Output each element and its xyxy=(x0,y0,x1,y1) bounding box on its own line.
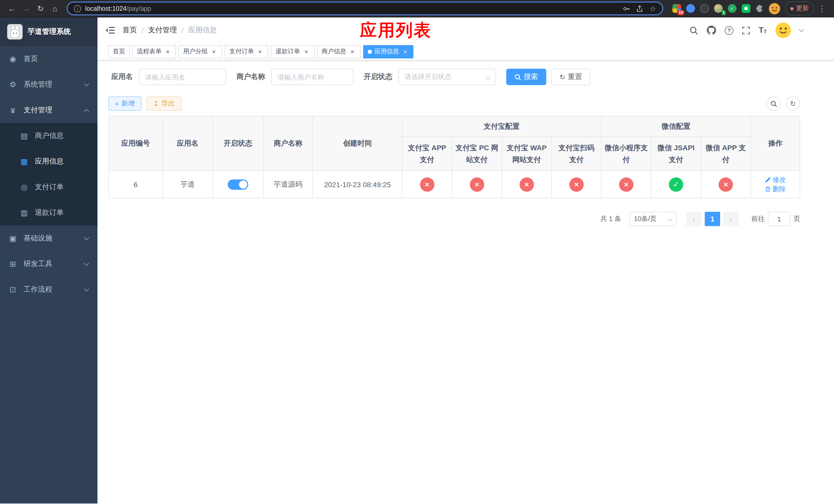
merchant-name-input[interactable] xyxy=(271,69,353,85)
close-icon[interactable]: × xyxy=(349,48,356,55)
status-select[interactable]: 请选择开启状态 xyxy=(398,69,496,85)
sidebar-item-merchant-info[interactable]: ▤ 商户信息 xyxy=(0,123,97,149)
page-size-select[interactable]: 10条/页 xyxy=(629,212,677,226)
pagination-total: 共 1 条 xyxy=(600,214,621,224)
filter-merchant-name: 商户名称 xyxy=(237,69,353,85)
breadcrumb-payment[interactable]: 支付管理 xyxy=(148,26,177,35)
col-header-alipay-pc: 支付宝 PC 网站支付 xyxy=(452,137,502,170)
address-bar[interactable]: i localhost:1024/pay/app ☆ xyxy=(67,2,663,15)
reset-button[interactable]: ↻ 重置 xyxy=(551,69,590,85)
tab-refund-order[interactable]: 退款订单× xyxy=(271,45,314,58)
toggle-search-button[interactable] xyxy=(766,96,781,111)
card-icon: ▤ xyxy=(20,131,29,140)
sidebar-item-refund-order[interactable]: ▥ 退款订单 xyxy=(0,200,97,226)
tab-pay-order[interactable]: 支付订单× xyxy=(225,45,268,58)
cell-alipay-qr: × xyxy=(552,170,601,198)
browser-back-button[interactable]: ← xyxy=(5,2,19,15)
search-button[interactable]: 搜索 xyxy=(506,69,546,85)
page-number-button[interactable]: 1 xyxy=(705,212,720,226)
app-logo[interactable]: 芋道管理系统 xyxy=(0,18,97,46)
sidebar-item-app-info[interactable]: ▦ 应用信息 xyxy=(0,149,97,174)
cell-actions: 修改 删除 xyxy=(751,170,800,198)
refresh-table-button[interactable]: ↻ xyxy=(786,96,800,111)
delete-button[interactable]: 删除 xyxy=(765,184,786,193)
sidebar-item-infrastructure[interactable]: ▣ 基础设施 xyxy=(0,226,97,251)
close-icon[interactable]: × xyxy=(402,48,409,55)
tab-app-info[interactable]: 应用信息× xyxy=(363,45,413,58)
col-header-alipay-app: 支付宝 APP 支付 xyxy=(402,137,452,170)
tab-user-group[interactable]: 用户分组× xyxy=(178,45,222,58)
logo-avatar xyxy=(7,24,23,40)
close-icon[interactable]: × xyxy=(303,48,310,55)
workflow-icon: ⊡ xyxy=(8,285,18,294)
breadcrumb-separator: / xyxy=(141,26,144,35)
github-icon[interactable] xyxy=(707,26,716,35)
browser-profile-avatar[interactable] xyxy=(769,3,780,14)
edit-button[interactable]: 修改 xyxy=(765,175,786,184)
goto-unit: 页 xyxy=(793,214,800,224)
cell-app-name: 芋道 xyxy=(162,170,213,198)
search-icon[interactable] xyxy=(689,26,698,35)
cell-alipay-pc: × xyxy=(452,170,502,198)
prev-page-button[interactable]: ‹ xyxy=(686,212,702,226)
extension-icon-avatar[interactable]: 1 xyxy=(714,4,723,13)
collapse-sidebar-button[interactable] xyxy=(105,25,115,36)
next-page-button[interactable]: › xyxy=(723,212,739,226)
close-icon[interactable]: × xyxy=(164,48,171,55)
col-header-app-name: 应用名 xyxy=(162,116,213,170)
trash-icon xyxy=(765,186,771,192)
cell-merchant-name: 芋道源码 xyxy=(263,170,313,198)
add-button[interactable]: + 新增 xyxy=(108,96,141,111)
export-button[interactable]: ↧ 导出 xyxy=(147,96,181,111)
info-glyph: i xyxy=(77,6,78,11)
sidebar-item-pay-order[interactable]: ◎ 支付订单 xyxy=(0,174,97,200)
extension-icon-grid[interactable]: 10 xyxy=(673,4,681,13)
sidebar-item-dev-tools[interactable]: ⊞ 研发工具 xyxy=(0,251,97,277)
extension-icon-green-check[interactable]: ✓ xyxy=(728,4,737,13)
gear-icon: ⚙ xyxy=(8,80,18,89)
tab-label: 首页 xyxy=(113,47,125,56)
sidebar-item-workflow[interactable]: ⊡ 工作流程 xyxy=(0,277,97,302)
font-size-icon[interactable]: TT xyxy=(759,26,767,35)
browser-reload-button[interactable]: ↻ xyxy=(34,2,47,15)
help-icon[interactable]: ? xyxy=(725,26,733,35)
extension-icon-blue[interactable] xyxy=(686,4,695,13)
browser-home-button[interactable]: ⌂ xyxy=(48,2,62,15)
extension-icon-chat[interactable] xyxy=(742,4,750,13)
browser-menu-button[interactable]: ⋮ xyxy=(815,4,829,13)
col-header-wechat-mini: 微信小程序支付 xyxy=(601,137,651,170)
tab-home[interactable]: 首页 xyxy=(108,45,130,58)
breadcrumb: 首页 / 支付管理 / 应用信息 xyxy=(123,26,217,35)
site-info-icon[interactable]: i xyxy=(74,5,81,12)
table-row: 6 芋道 芋道源码 2021-10-23 08:49:25 × × × × × xyxy=(109,170,800,198)
avatar-dropdown-caret[interactable] xyxy=(799,27,804,32)
col-header-merchant-name: 商户名称 xyxy=(263,116,313,170)
col-header-status: 开启状态 xyxy=(213,116,263,170)
sidebar-item-system[interactable]: ⚙ 系统管理 xyxy=(0,72,97,97)
url-host: localhost:1024 xyxy=(85,5,127,12)
sidebar-item-label: 系统管理 xyxy=(24,80,52,89)
goto-page-input[interactable] xyxy=(768,212,790,226)
user-avatar[interactable] xyxy=(775,23,791,38)
extensions-puzzle-icon[interactable] xyxy=(755,4,764,13)
share-icon[interactable] xyxy=(636,5,643,12)
extension-icon-dark[interactable] xyxy=(700,4,709,13)
status-toggle[interactable] xyxy=(228,179,248,189)
chevron-down-icon xyxy=(485,75,490,80)
breadcrumb-home[interactable]: 首页 xyxy=(123,26,137,35)
close-icon[interactable]: × xyxy=(210,48,218,55)
browser-forward-button[interactable]: → xyxy=(20,2,33,15)
sidebar-item-label: 研发工具 xyxy=(24,259,52,269)
tab-process-form[interactable]: 流程表单× xyxy=(132,45,176,58)
close-icon[interactable]: × xyxy=(257,48,264,55)
refresh-icon: ↻ xyxy=(790,100,796,108)
password-key-icon[interactable] xyxy=(623,5,630,12)
browser-update-button[interactable]: 更新 xyxy=(785,2,814,15)
sidebar-item-home[interactable]: ◉ 首页 xyxy=(0,46,97,72)
col-header-wechat-jsapi: 微信 JSAPI 支付 xyxy=(651,137,701,170)
app-name-input[interactable] xyxy=(139,69,226,85)
tab-merchant-info[interactable]: 商户信息× xyxy=(317,45,360,58)
fullscreen-icon[interactable] xyxy=(742,26,750,34)
sidebar-item-payment[interactable]: ¥ 支付管理 xyxy=(0,97,97,123)
bookmark-star-icon[interactable]: ☆ xyxy=(650,4,656,13)
